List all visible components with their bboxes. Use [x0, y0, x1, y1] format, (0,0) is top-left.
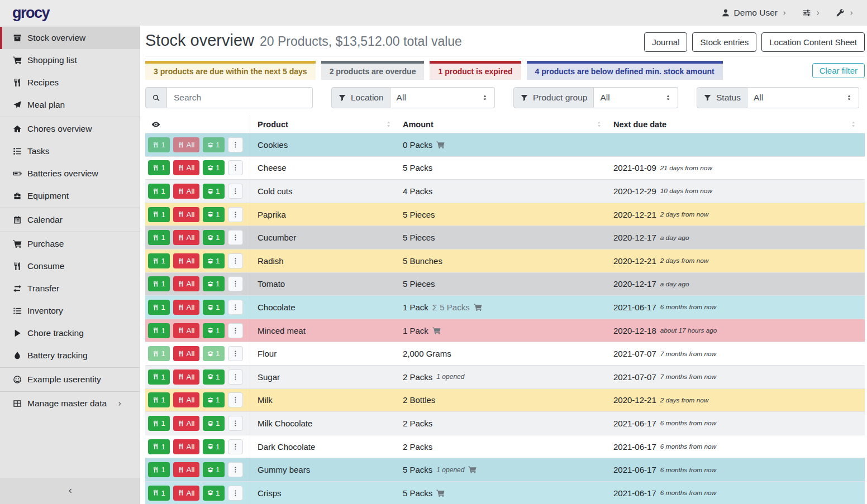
consume-all-button[interactable]: All — [173, 276, 199, 291]
sidebar-item-label: Calendar — [27, 215, 63, 225]
user-menu[interactable]: Demo User — [721, 8, 788, 18]
open-one-button[interactable]: 1 — [203, 416, 225, 431]
app-logo[interactable]: grocy — [12, 4, 49, 22]
sidebar-item-stock-overview[interactable]: Stock overview — [0, 27, 140, 49]
open-one-button[interactable]: 1 — [203, 230, 225, 245]
consume-all-button[interactable]: All — [173, 184, 199, 199]
row-menu-button[interactable] — [228, 486, 243, 501]
stock-entries-button[interactable]: Stock entries — [692, 32, 756, 52]
consume-all-button[interactable]: All — [173, 323, 199, 338]
open-one-button[interactable]: 1 — [203, 300, 225, 315]
consume-all-button[interactable]: All — [173, 346, 199, 361]
row-menu-button[interactable] — [228, 416, 243, 431]
clear-filter-button[interactable]: Clear filter — [812, 63, 865, 78]
status-filter-card[interactable]: 3 products are due within the next 5 day… — [145, 61, 316, 80]
consume-one-button[interactable]: 1 — [148, 369, 170, 385]
consume-one-button[interactable]: 1 — [148, 416, 170, 431]
sidebar-item-equipment[interactable]: Equipment — [0, 185, 140, 207]
location-filter-label: Location — [331, 87, 390, 108]
row-menu-button[interactable] — [228, 137, 243, 152]
open-one-button[interactable]: 1 — [203, 323, 225, 338]
open-one-button[interactable]: 1 — [203, 160, 225, 175]
open-one-button[interactable]: 1 — [203, 462, 225, 477]
consume-one-button[interactable]: 1 — [148, 253, 170, 268]
consume-one-button[interactable]: 1 — [148, 160, 170, 175]
consume-one-button[interactable]: 1 — [148, 323, 170, 338]
sidebar-item-recipes[interactable]: Recipes — [0, 71, 140, 94]
consume-one-button[interactable]: 1 — [148, 207, 170, 222]
row-menu-button[interactable] — [228, 207, 243, 222]
sidebar-item-inventory[interactable]: Inventory — [0, 300, 140, 322]
search-input[interactable] — [167, 87, 313, 108]
status-filter-card[interactable]: 1 product is expired — [430, 61, 521, 80]
journal-button[interactable]: Journal — [644, 32, 687, 52]
sort-icon[interactable] — [596, 121, 603, 128]
sort-icon[interactable] — [850, 121, 857, 128]
open-one-button[interactable]: 1 — [203, 439, 225, 454]
consume-all-button[interactable]: All — [173, 462, 199, 477]
row-menu-button[interactable] — [228, 462, 243, 477]
status-filter-card[interactable]: 2 products are overdue — [321, 61, 425, 80]
sidebar-item-purchase[interactable]: Purchase — [0, 233, 140, 255]
consume-one-button[interactable]: 1 — [148, 462, 170, 477]
sidebar-item-transfer[interactable]: Transfer — [0, 277, 140, 300]
sidebar-item-calendar[interactable]: Calendar — [0, 209, 140, 231]
row-menu-button[interactable] — [228, 369, 243, 385]
sidebar-item-example-userentity[interactable]: Example userentity — [0, 368, 140, 391]
consume-one-button[interactable]: 1 — [148, 300, 170, 315]
sidebar-item-batteries-overview[interactable]: Batteries overview — [0, 162, 140, 185]
row-menu-button[interactable] — [228, 323, 243, 338]
sidebar-item-consume[interactable]: Consume — [0, 255, 140, 277]
open-one-button[interactable]: 1 — [203, 184, 225, 199]
status-select[interactable]: All — [747, 87, 859, 108]
open-one-button[interactable]: 1 — [203, 207, 225, 222]
consume-all-button[interactable]: All — [173, 369, 199, 385]
location-content-sheet-button[interactable]: Location Content Sheet — [761, 32, 865, 52]
consume-all-button[interactable]: All — [173, 253, 199, 268]
row-menu-button[interactable] — [228, 439, 243, 454]
sidebar-item-tasks[interactable]: Tasks — [0, 140, 140, 162]
open-one-button[interactable]: 1 — [203, 276, 225, 291]
consume-all-button[interactable]: All — [173, 439, 199, 454]
consume-one-button[interactable]: 1 — [148, 276, 170, 291]
open-one-button[interactable]: 1 — [203, 369, 225, 385]
row-menu-button[interactable] — [228, 300, 243, 315]
status-filter-card[interactable]: 4 products are below defined min. stock … — [527, 61, 723, 80]
sidebar-item-manage-master-data[interactable]: Manage master data — [0, 392, 140, 415]
product-group-select[interactable]: All — [594, 87, 678, 108]
row-menu-button[interactable] — [228, 392, 243, 407]
consume-all-button[interactable]: All — [173, 230, 199, 245]
consume-all-button[interactable]: All — [173, 486, 199, 501]
row-menu-button[interactable] — [228, 230, 243, 245]
open-one-button[interactable]: 1 — [203, 392, 225, 407]
sidebar-item-chore-tracking[interactable]: Chore tracking — [0, 322, 140, 344]
row-menu-button[interactable] — [228, 253, 243, 268]
consume-one-button[interactable]: 1 — [148, 392, 170, 407]
open-one-button[interactable]: 1 — [203, 253, 225, 268]
row-menu-button[interactable] — [228, 160, 243, 175]
consume-one-button[interactable]: 1 — [148, 486, 170, 501]
location-select[interactable]: All — [390, 87, 495, 108]
box-open-icon — [207, 467, 214, 473]
consume-all-button[interactable]: All — [173, 207, 199, 222]
sidebar-item-meal-plan[interactable]: Meal plan — [0, 94, 140, 116]
consume-all-button[interactable]: All — [173, 300, 199, 315]
settings-menu[interactable] — [802, 8, 821, 17]
sidebar-item-chores-overview[interactable]: Chores overview — [0, 118, 140, 140]
consume-all-button[interactable]: All — [173, 392, 199, 407]
row-menu-button[interactable] — [228, 346, 243, 361]
row-menu-button[interactable] — [228, 276, 243, 291]
consume-one-button[interactable]: 1 — [148, 184, 170, 199]
button-label: All — [187, 349, 195, 358]
sort-icon[interactable] — [385, 121, 392, 128]
consume-one-button[interactable]: 1 — [148, 230, 170, 245]
consume-all-button[interactable]: All — [173, 416, 199, 431]
row-menu-button[interactable] — [228, 184, 243, 199]
tools-menu[interactable] — [836, 8, 855, 17]
sidebar-item-battery-tracking[interactable]: Battery tracking — [0, 344, 140, 367]
open-one-button[interactable]: 1 — [203, 486, 225, 501]
consume-one-button[interactable]: 1 — [148, 439, 170, 454]
sidebar-collapse-button[interactable] — [0, 478, 140, 504]
sidebar-item-shopping-list[interactable]: Shopping list — [0, 49, 140, 71]
consume-all-button[interactable]: All — [173, 160, 199, 175]
